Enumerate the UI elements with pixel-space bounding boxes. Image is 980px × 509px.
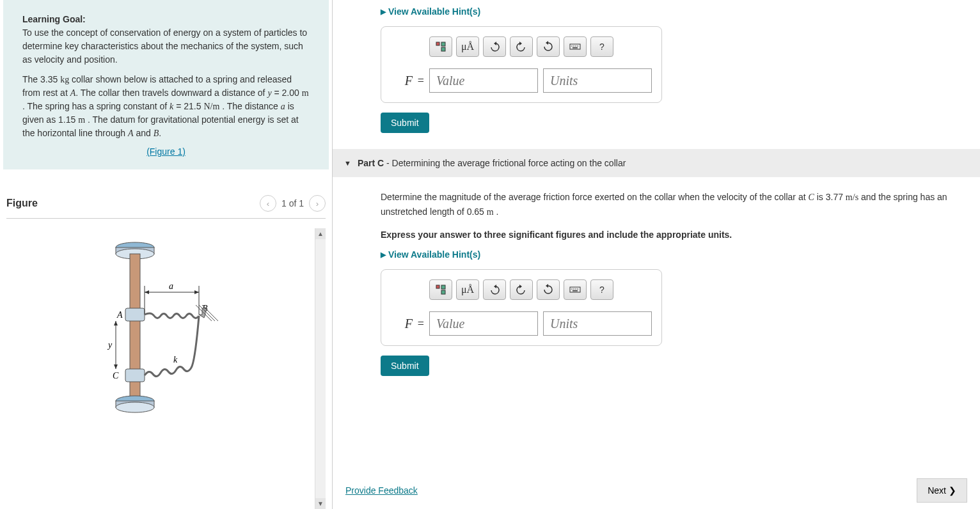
equals-sign: = [418, 74, 424, 88]
svg-point-35 [575, 45, 576, 47]
part-c-instruction: Express your answer to three significant… [345, 228, 967, 242]
fraction-tool-button[interactable] [429, 279, 452, 300]
figure-title: Figure [6, 198, 38, 209]
svg-rect-37 [573, 47, 578, 49]
part-c-header[interactable]: ▼ Part C - Determining the average frict… [333, 149, 980, 177]
svg-marker-19 [114, 321, 118, 325]
units-input-c[interactable] [543, 311, 652, 336]
svg-point-46 [573, 288, 574, 290]
figure-link[interactable]: (Figure 1) [22, 146, 310, 157]
redo-button[interactable] [510, 279, 533, 300]
redo-button[interactable] [510, 36, 533, 57]
help-button[interactable]: ? [590, 36, 613, 57]
figure-scrollbar[interactable]: ▲ ▼ [315, 228, 326, 509]
answer-row-c: F = [391, 311, 652, 336]
learning-goal-heading: Learning Goal: [22, 14, 86, 24]
svg-point-36 [577, 45, 578, 47]
units-tool-button[interactable]: μÅ [456, 36, 479, 57]
learning-goal-box: Learning Goal: To use the concept of con… [3, 0, 329, 169]
reset-button[interactable] [537, 279, 560, 300]
hints-toggle-c[interactable]: ▶ View Available Hint(s) [381, 249, 967, 260]
part-b-section: ▶ View Available Hint(s) μÅ ? F = [345, 6, 967, 133]
svg-rect-8 [125, 369, 145, 382]
part-c-title: Part C - Determining the average frictio… [358, 158, 626, 168]
problem-statement: The 3.35 kg collar shown below is attach… [22, 73, 310, 140]
answer-toolbar-b: μÅ ? [391, 36, 652, 57]
answer-box-b: μÅ ? F = [381, 26, 662, 103]
svg-rect-26 [436, 42, 439, 45]
answer-variable-label: F [391, 317, 413, 331]
svg-point-45 [571, 288, 573, 290]
figure-section: Figure ‹ 1 of 1 › [0, 189, 332, 509]
submit-button-b[interactable]: Submit [381, 113, 429, 133]
figure-prev-button[interactable]: ‹ [260, 195, 276, 212]
svg-marker-41 [494, 285, 496, 288]
scroll-track[interactable] [315, 239, 326, 498]
provide-feedback-link[interactable]: Provide Feedback [345, 485, 418, 496]
help-button[interactable]: ? [590, 279, 613, 300]
part-c-question: Determine the magnitude of the average f… [345, 190, 967, 220]
svg-rect-7 [125, 308, 145, 321]
svg-marker-30 [519, 42, 522, 45]
svg-marker-12 [145, 290, 149, 294]
svg-text:A: A [116, 310, 123, 320]
svg-point-33 [571, 45, 573, 47]
figure-next-button[interactable]: › [309, 195, 326, 212]
answer-toolbar-c: μÅ ? [391, 279, 652, 300]
figure-header: Figure ‹ 1 of 1 › [6, 189, 326, 219]
figure-page-text: 1 of 1 [281, 198, 304, 208]
triangle-right-icon: ▶ [381, 251, 386, 259]
answer-variable-label: F [391, 74, 413, 88]
keyboard-button[interactable] [564, 279, 587, 300]
bottom-bar: Provide Feedback Next ❯ [345, 478, 967, 503]
value-input-c[interactable] [429, 311, 538, 336]
hints-label: View Available Hint(s) [388, 6, 480, 17]
left-panel: Learning Goal: To use the concept of con… [0, 0, 333, 509]
svg-marker-43 [546, 284, 548, 288]
right-panel: ▶ View Available Hint(s) μÅ ? F = [333, 0, 980, 509]
answer-row-b: F = [391, 68, 652, 93]
svg-marker-20 [114, 364, 118, 369]
svg-rect-38 [436, 285, 439, 288]
undo-button[interactable] [483, 279, 506, 300]
svg-rect-49 [573, 290, 578, 292]
units-input[interactable] [543, 68, 652, 93]
reset-button[interactable] [537, 36, 560, 57]
scroll-up-icon[interactable]: ▲ [315, 228, 326, 239]
figure-image: a A B C y k [6, 228, 315, 509]
svg-rect-44 [570, 287, 580, 292]
svg-text:k: k [173, 355, 178, 364]
svg-text:a: a [169, 281, 173, 291]
svg-rect-39 [441, 285, 445, 289]
svg-point-47 [575, 288, 576, 290]
svg-marker-42 [519, 285, 522, 288]
svg-marker-31 [546, 41, 548, 45]
next-button[interactable]: Next ❯ [917, 478, 967, 503]
value-input[interactable] [429, 68, 538, 93]
triangle-right-icon: ▶ [381, 8, 386, 16]
svg-rect-40 [441, 290, 445, 294]
scroll-down-icon[interactable]: ▼ [315, 498, 326, 509]
triangle-down-icon: ▼ [344, 159, 351, 167]
units-tool-button[interactable]: μÅ [456, 279, 479, 300]
part-c-answer-area: ▶ View Available Hint(s) μÅ ? F = [345, 249, 967, 376]
svg-point-6 [116, 402, 154, 412]
learning-goal-text: To use the concept of conservation of en… [22, 27, 307, 65]
equals-sign: = [418, 317, 424, 331]
keyboard-button[interactable] [564, 36, 587, 57]
svg-text:C: C [113, 371, 119, 380]
figure-pager: ‹ 1 of 1 › [260, 195, 326, 212]
answer-box-c: μÅ ? F = [381, 269, 662, 346]
svg-point-34 [573, 45, 574, 47]
hints-label-c: View Available Hint(s) [388, 249, 480, 260]
svg-rect-28 [441, 47, 445, 51]
submit-button-c[interactable]: Submit [381, 356, 429, 376]
svg-rect-27 [441, 42, 445, 46]
svg-marker-13 [194, 290, 199, 294]
svg-marker-29 [494, 42, 496, 45]
svg-point-48 [577, 288, 578, 290]
fraction-tool-button[interactable] [429, 36, 452, 57]
undo-button[interactable] [483, 36, 506, 57]
figure-body: a A B C y k [6, 228, 326, 509]
hints-toggle[interactable]: ▶ View Available Hint(s) [381, 6, 967, 17]
